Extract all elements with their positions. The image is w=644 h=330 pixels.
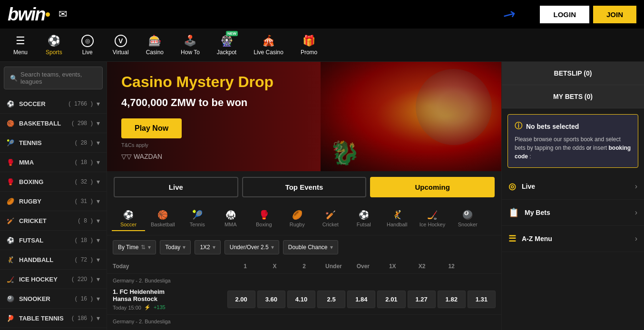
sport-tab-label-futsal: Futsal [357, 222, 371, 227]
mybets-button[interactable]: MY BETS (0) [502, 85, 644, 108]
live-indicator-icon: ⚡ [144, 304, 151, 311]
sidebar-label-soccer: SOCCER [19, 100, 46, 107]
odds-btn-dc2[interactable]: 1.27 [408, 291, 436, 308]
handball-icon: 🤾 [7, 256, 14, 263]
odds-btn-dc3[interactable]: 1.82 [438, 291, 466, 308]
col-over: Over [348, 263, 378, 270]
nav-item-sports[interactable]: ⚽ Sports [37, 31, 71, 59]
chevron-down-icon: ▾ [213, 244, 215, 251]
sidebar-item-mma[interactable]: 🥊 MMA (18) ▾ [0, 153, 107, 172]
odds-btn-over[interactable]: 1.84 [347, 291, 375, 308]
banner-dragon-graphic: 🐉 [321, 62, 501, 171]
sport-futsal-icon: ⚽ [359, 210, 369, 220]
sport-tab-label-icehockey: Ice Hockey [420, 222, 445, 227]
market3-select[interactable]: Double Chance ▾ [283, 240, 338, 254]
tabletennis-count: 186 [78, 315, 87, 321]
sidebar-label-rugby: RUGBY [19, 198, 41, 205]
cricket-icon: 🏏 [7, 217, 14, 224]
sport-tab-tennis[interactable]: 🎾 Tennis [181, 207, 214, 231]
right-panel-az[interactable]: ☰ A-Z Menu › [502, 226, 644, 252]
nav-label-virtual: Virtual [113, 49, 129, 56]
info-icon: ⓘ [515, 121, 522, 131]
sidebar-item-tennis[interactable]: 🎾 TENNIS (28) ▾ [0, 133, 107, 153]
market3-selected: Double Chance [288, 244, 328, 251]
banner-title: Casino Mystery Drop [121, 73, 273, 91]
filter-bar: By Time ⇅ ▾ Today ▾ 1X2 ▾ Under/Over 2.5… [107, 235, 501, 259]
nav-item-livecasino[interactable]: 🎪 Live Casino [245, 31, 292, 59]
odds-btn-1[interactable]: 2.00 [227, 291, 255, 308]
sidebar-item-snooker[interactable]: 🎱 SNOOKER (16) ▾ [0, 289, 107, 309]
nav-item-menu[interactable]: ☰ Menu [4, 31, 37, 59]
tab-top-events[interactable]: Top Events [242, 177, 367, 197]
sport-tab-cricket[interactable]: 🏏 Cricket [314, 207, 347, 231]
sport-mma-icon: 🥋 [225, 210, 236, 220]
match-section-2: Germany - 2. Bundesliga Nürnberg Kick... [107, 315, 501, 330]
odds-btn-2[interactable]: 4.10 [287, 291, 315, 308]
sport-tab-icehockey[interactable]: 🏒 Ice Hockey [414, 207, 451, 231]
nav-item-promo[interactable]: 🎁 Promo [292, 31, 326, 59]
match-info: 1. FC Heidenheim Hansa Rostock Today 15:… [113, 288, 225, 311]
chevron-icon: ▾ [97, 314, 100, 322]
sidebar-item-waterpolo[interactable]: 🤽 WATERPOLO (10) ▾ [0, 328, 107, 330]
betslip-button[interactable]: BETSLIP (0) [502, 62, 644, 85]
sport-boxing-icon: 🥊 [259, 210, 269, 220]
sport-tab-label-handball: Handball [387, 222, 407, 227]
logo-group: bwin ✉ [8, 4, 67, 25]
sidebar-label-handball: HANDBALL [19, 256, 53, 263]
sidebar-item-cricket[interactable]: 🏏 CRICKET (8) ▾ [0, 211, 107, 231]
jackpot-badge: NEW [226, 31, 238, 36]
sport-tab-rugby[interactable]: 🏉 Rugby [281, 207, 314, 231]
soccer-count: ( [68, 100, 70, 107]
tab-upcoming[interactable]: Upcoming [370, 177, 495, 197]
table-row: Nürnberg Kick... [107, 325, 501, 330]
odds-btn-x[interactable]: 3.60 [257, 291, 285, 308]
join-button[interactable]: JOIN [593, 6, 636, 23]
search-input-box[interactable]: 🔍 Search teams, events, leagues [4, 67, 103, 89]
play-now-button[interactable]: Play Now [121, 118, 182, 138]
mybets-menu-icon: 📋 [508, 207, 519, 218]
nav-item-virtual[interactable]: V Virtual [104, 31, 137, 59]
mail-icon[interactable]: ✉ [59, 8, 67, 20]
nav-label-sports: Sports [46, 49, 62, 56]
tab-live[interactable]: Live [114, 177, 238, 197]
sort-select[interactable]: By Time ⇅ ▾ [113, 240, 156, 254]
odds-btn-dc1[interactable]: 2.01 [377, 291, 405, 308]
login-button[interactable]: LOGIN [540, 6, 589, 23]
sidebar-item-basketball[interactable]: 🏀 BASKETBALL (298) ▾ [0, 114, 107, 133]
market1-select[interactable]: 1X2 ▾ [195, 240, 220, 254]
sport-tab-soccer[interactable]: ⚽ Soccer [112, 207, 145, 231]
nav-item-howto[interactable]: 🕹️ How To [172, 31, 208, 59]
odds-btn-under[interactable]: 2.5 [317, 291, 345, 308]
sidebar-item-futsal[interactable]: ⚽ FUTSAL (18) ▾ [0, 231, 107, 250]
odds-btn-dc4[interactable]: 1.31 [468, 291, 496, 308]
day-select[interactable]: Today ▾ [160, 240, 191, 254]
sport-tab-handball[interactable]: 🤾 Handball [381, 207, 414, 231]
nav-item-jackpot[interactable]: 🎡 NEW Jackpot [208, 31, 245, 59]
sport-tab-basketball[interactable]: 🏀 Basketball [145, 207, 181, 231]
right-panel-mybets[interactable]: 📋 My Bets › [502, 200, 644, 226]
sports-icon: ⚽ [48, 35, 60, 47]
sidebar-item-handball[interactable]: 🤾 HANDBALL (72) ▾ [0, 250, 107, 270]
nav-label-casino: Casino [146, 49, 164, 56]
sport-tab-label-basketball: Basketball [151, 222, 175, 227]
sidebar-item-icehockey[interactable]: 🏒 ICE HOCKEY (220) ▾ [0, 270, 107, 289]
sidebar-item-boxing[interactable]: 🥊 BOXING (32) ▾ [0, 172, 107, 192]
banner-brand: ▽▽ WAZDAN [121, 153, 273, 160]
sport-tab-futsal[interactable]: ⚽ Futsal [347, 207, 381, 231]
right-panel-live[interactable]: ◎ Live › [502, 174, 644, 200]
nav-item-live[interactable]: ◎ Live [71, 31, 104, 59]
sidebar-item-tabletennis[interactable]: 🏓 TABLE TENNIS (186) ▾ [0, 309, 107, 328]
nav-label-jackpot: Jackpot [217, 49, 236, 56]
header: bwin ✉ ↗ LOGIN JOIN [0, 0, 644, 29]
sport-tab-snooker[interactable]: 🎱 Snooker [451, 207, 484, 231]
chevron-right-icon: › [635, 208, 637, 217]
market2-select[interactable]: Under/Over 2.5 ▾ [224, 240, 279, 254]
sport-tab-mma[interactable]: 🥋 MMA [214, 207, 247, 231]
market2-selected: Under/Over 2.5 [230, 244, 269, 251]
sidebar-item-soccer[interactable]: ⚽ SOCCER (1766) ▾ [0, 94, 107, 114]
nav-item-casino[interactable]: 🎰 Casino [137, 31, 172, 59]
sport-tab-label-tennis: Tennis [190, 222, 205, 227]
sport-tab-boxing[interactable]: 🥊 Boxing [247, 207, 281, 231]
sidebar-item-rugby[interactable]: 🏉 RUGBY (31) ▾ [0, 192, 107, 211]
sport-basketball-icon: 🏀 [157, 210, 168, 220]
